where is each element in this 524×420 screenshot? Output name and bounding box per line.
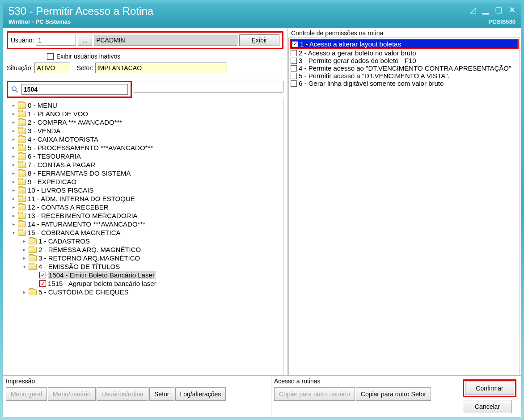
impressao-title: Impressão	[6, 378, 268, 385]
setor-input[interactable]	[95, 63, 227, 73]
permission-row[interactable]: ✓1 - Acesso a alterar layout boletas	[290, 39, 519, 49]
expander-icon[interactable]: ▸	[11, 145, 16, 151]
menu-usuario-button[interactable]: Menu/usuário	[48, 387, 96, 401]
expander-icon[interactable]: ▸	[11, 137, 16, 142]
usuarios-rotina-button[interactable]: Usuários/rotina	[97, 387, 148, 401]
expander-icon[interactable]: ▸	[21, 290, 27, 295]
close-icon[interactable]: ✕	[509, 5, 516, 15]
tree-checkbox[interactable]: ✓	[39, 280, 46, 287]
tree-row[interactable]: ▸14 - FATURAMENTO ***AVANCADO***	[8, 220, 282, 228]
inactive-users-checkbox[interactable]	[47, 53, 54, 60]
tree-row[interactable]: ▸3 - RETORNO ARQ.MAGNÉTICO	[8, 254, 282, 262]
maximize-icon[interactable]: ▢	[495, 5, 503, 15]
confirmar-button[interactable]: Confirmar	[465, 382, 514, 395]
tree-row[interactable]: ▾15 - COBRANCA MAGNETICA	[8, 228, 282, 237]
permission-checkbox[interactable]	[291, 80, 297, 87]
expander-icon[interactable]: ▸	[11, 154, 16, 159]
tree-checkbox[interactable]: ✓	[39, 272, 46, 278]
copiar-setor-button[interactable]: Copiar para outro Setor	[356, 387, 431, 401]
tree-label: 2 - REMESSA ARQ. MAGNÉTICO	[38, 246, 141, 253]
permission-checkbox[interactable]	[291, 58, 297, 64]
expander-icon[interactable]: ▾	[21, 264, 27, 269]
routine-tree[interactable]: ▸0 - MENU▸1 - PLANO DE VOO▸2 - COMPRA **…	[7, 99, 283, 375]
minimize-icon[interactable]: ▁	[482, 5, 489, 15]
permission-row[interactable]: 2 - Acesso a gerar boleto no valor bruto	[290, 49, 519, 57]
tree-row[interactable]: ▸2 - COMPRA *** AVANCADO***	[8, 118, 282, 126]
setor-button[interactable]: Setor	[149, 387, 174, 401]
tree-row[interactable]: ▸11 - ADM. INTERNA DO ESTOQUE	[8, 194, 282, 203]
tree-label: 1504 - Emitir Boleto Bancário Laser	[48, 271, 156, 279]
menu-geral-button[interactable]: Menu geral	[6, 387, 47, 401]
permission-row[interactable]: 4 - Permite acesso ao "DT.VENCIMENTO CON…	[290, 64, 519, 72]
tree-row[interactable]: ▸1 - PLANO DE VOO	[8, 109, 282, 118]
permission-checkbox[interactable]	[291, 65, 297, 71]
expander-icon[interactable]: ▸	[21, 247, 27, 252]
tree-row[interactable]: ▸8 - FERRAMENTAS DO SISTEMA	[8, 169, 282, 177]
tree-row[interactable]: ▸1 - CADASTROS	[8, 237, 282, 245]
tree-row[interactable]: ▸4 - CAIXA MOTORISTA	[8, 135, 282, 143]
folder-icon	[18, 153, 26, 160]
expander-icon[interactable]: ▸	[21, 239, 27, 244]
tree-row[interactable]: ✓1504 - Emitir Boleto Bancário Laser	[8, 271, 282, 279]
user-pick-button[interactable]: ...	[78, 35, 92, 46]
permission-row[interactable]: 6 - Gerar linha digitável somente com va…	[290, 80, 519, 87]
expander-icon[interactable]: ▾	[11, 230, 16, 235]
tree-label: 4 - CAIXA MOTORISTA	[28, 135, 98, 143]
svg-point-0	[12, 87, 16, 91]
permission-checkbox[interactable]	[291, 73, 297, 79]
search-input[interactable]	[21, 84, 128, 95]
expander-icon[interactable]: ▸	[11, 162, 16, 168]
tree-row[interactable]: ▸2 - REMESSA ARQ. MAGNÉTICO	[8, 245, 282, 254]
situacao-row: Situação: Setor:	[7, 63, 283, 73]
expander-icon[interactable]: ▸	[11, 188, 16, 193]
permissions-list[interactable]: ✓1 - Acesso a alterar layout boletas2 - …	[288, 38, 520, 375]
tree-row[interactable]: ▸13 - RECEBIMENTO MERCADORIA	[8, 211, 282, 220]
tree-row[interactable]: ▾4 - EMISSÃO DE TÍTULOS	[8, 262, 282, 271]
user-name-input[interactable]	[94, 35, 237, 46]
permission-label: 6 - Gerar linha digitável somente com va…	[299, 80, 444, 87]
resize-icon[interactable]: ◿	[470, 5, 476, 15]
expander-icon[interactable]: ▸	[11, 205, 16, 210]
expander-icon[interactable]: ▸	[11, 111, 16, 117]
permission-checkbox[interactable]: ✓	[292, 41, 298, 47]
permission-label: 3 - Permite gerar dados do boleto - F10	[299, 57, 416, 64]
folder-icon	[18, 111, 26, 117]
expander-icon[interactable]: ▸	[11, 171, 16, 176]
expander-icon[interactable]: ▸	[11, 179, 16, 185]
tree-row[interactable]: ▸5 - CUSTÓDIA DE CHEQUES	[8, 288, 282, 296]
permission-row[interactable]: 3 - Permite gerar dados do boleto - F10	[290, 57, 519, 64]
copiar-usuario-button[interactable]: Copiar para outro usuário	[274, 387, 355, 401]
expander-icon[interactable]: ▸	[11, 213, 16, 218]
permission-row[interactable]: 5 - Permitir acesso a "DT.VENCIMENTO A V…	[290, 72, 519, 80]
titlebar: 530 - Permitir Acesso a Rotina Winthor -…	[3, 3, 521, 28]
folder-icon	[29, 238, 37, 244]
tree-row[interactable]: ▸6 - TESOURARIA	[8, 152, 282, 160]
folder-icon	[29, 264, 37, 270]
permission-label: 4 - Permite acesso ao "DT.VENCIMENTO CON…	[299, 64, 511, 72]
situacao-input[interactable]	[34, 63, 70, 73]
user-id-input[interactable]	[36, 35, 76, 46]
expander-icon[interactable]: ▸	[21, 256, 27, 261]
tree-row[interactable]: ▸7 - CONTAS A PAGAR	[8, 160, 282, 169]
tree-row[interactable]: ✓1515 - Agrupar boleto bancário laser	[8, 279, 282, 288]
expander-icon[interactable]: ▸	[11, 120, 16, 125]
folder-icon	[18, 213, 26, 219]
folder-icon	[18, 221, 26, 227]
tree-row[interactable]: ▸5 - PROCESSAMENTO ***AVANCADO***	[8, 143, 282, 152]
expander-icon[interactable]: ▸	[11, 128, 16, 134]
tree-row[interactable]: ▸3 - VENDA	[8, 126, 282, 135]
expander-icon[interactable]: ▸	[11, 103, 16, 108]
tree-label: 3 - RETORNO ARQ.MAGNÉTICO	[38, 254, 140, 262]
exibir-button[interactable]: Exibir	[239, 34, 279, 46]
tree-row[interactable]: ▸0 - MENU	[8, 101, 282, 109]
permission-checkbox[interactable]	[291, 50, 297, 56]
tree-row[interactable]: ▸12 - CONTAS A RECEBER	[8, 203, 282, 211]
cancelar-button[interactable]: Cancelar	[463, 400, 512, 413]
inactive-users-row[interactable]: Exibir usuários inativos	[47, 53, 283, 60]
expander-icon[interactable]: ▸	[11, 196, 16, 202]
tree-label: 12 - CONTAS A RECEBER	[28, 203, 109, 211]
expander-icon[interactable]: ▸	[11, 222, 16, 227]
tree-row[interactable]: ▸10 - LIVROS FISCAIS	[8, 186, 282, 194]
log-alteracoes-button[interactable]: Log/alterações	[175, 387, 226, 401]
tree-row[interactable]: ▸9 - EXPEDICAO	[8, 177, 282, 186]
